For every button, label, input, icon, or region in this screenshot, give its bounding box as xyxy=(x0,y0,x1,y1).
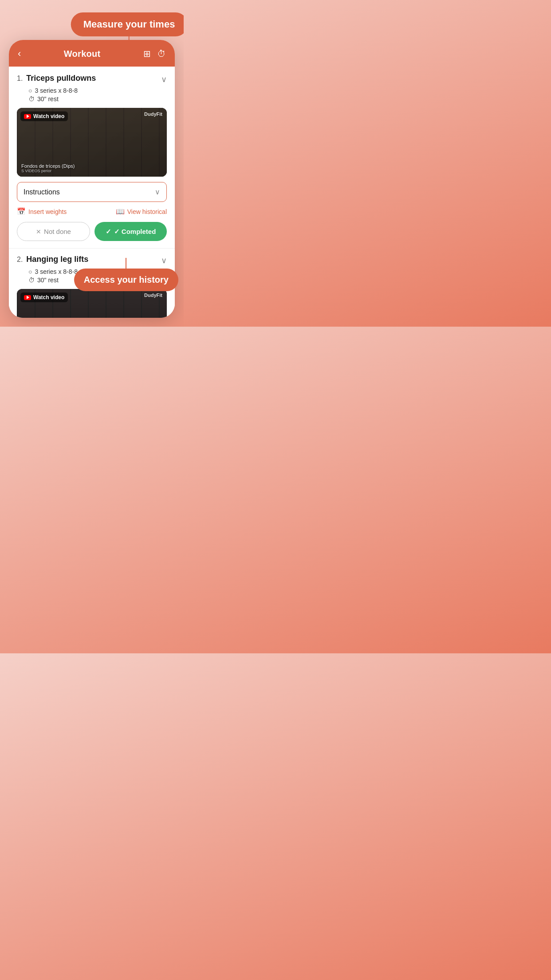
insert-weights-button[interactable]: 📅 Insert weights xyxy=(17,207,67,216)
youtube-icon xyxy=(24,114,31,119)
exercise-1-number: 1. xyxy=(17,75,23,83)
series-row: ○ 3 series x 8-8-8 xyxy=(28,87,167,94)
exercise-1-title: Triceps pulldowns xyxy=(26,74,96,83)
exercise-1-chevron[interactable]: ∨ xyxy=(161,75,167,84)
completed-label: ✓ Completed xyxy=(114,228,156,236)
youtube-icon-2 xyxy=(24,295,31,300)
completed-button[interactable]: ✓ ✓ Completed xyxy=(94,222,167,241)
calendar-icon: 📅 xyxy=(17,207,26,216)
done-row: ✕ Not done ✓ ✓ Completed xyxy=(17,222,167,248)
book-icon: 📖 xyxy=(116,207,125,216)
rest-text: 30" rest xyxy=(37,95,59,103)
workout-header: ‹ Workout ⊞ ⏱ xyxy=(9,40,175,67)
exercise-2-series-text: 3 series x 8-8-8 xyxy=(35,268,77,275)
tooltip-access-history: Access your history xyxy=(74,269,178,291)
exercise-2-title-row: 2. Hanging leg lifts xyxy=(17,255,88,264)
rest-row: ⏱ 30" rest xyxy=(28,95,167,103)
view-historical-label: View historical xyxy=(127,208,167,215)
exercise-2-chevron[interactable]: ∨ xyxy=(161,256,167,265)
back-button[interactable]: ‹ xyxy=(18,48,21,59)
page-title: Workout xyxy=(64,49,101,59)
exercise-1-header: 1. Triceps pulldowns ∨ xyxy=(17,74,167,84)
video-title: Fondos de tríceps (Dips) S VÍDEOS perior xyxy=(21,163,75,173)
exercise-2-rest-text: 30" rest xyxy=(37,277,59,284)
play-triangle-2 xyxy=(27,296,29,299)
view-historical-button[interactable]: 📖 View historical xyxy=(116,207,167,216)
exercise-2-series-icon: ○ xyxy=(28,268,32,275)
app-container: Measure your times ‹ Workout ⊞ ⏱ 1. Tric… xyxy=(0,0,184,327)
check-icon: ✓ xyxy=(106,228,111,236)
watch-video-label: Watch video xyxy=(33,113,64,119)
instructions-chevron-icon: ∨ xyxy=(155,188,160,196)
video-subtitle: S VÍDEOS perior xyxy=(21,169,75,173)
watch-video-badge-2[interactable]: Watch video xyxy=(20,292,68,302)
exercise-1-action-row: 📅 Insert weights 📖 View historical xyxy=(17,207,167,222)
video-brand-2: DudyFit xyxy=(144,292,162,298)
exercise-1-video[interactable]: Watch video DudyFit Fondos de tríceps (D… xyxy=(17,108,167,177)
x-icon: ✕ xyxy=(36,228,41,235)
exercise-2-header: 2. Hanging leg lifts ∨ xyxy=(17,255,167,265)
series-text: 3 series x 8-8-8 xyxy=(35,87,77,94)
exercise-1-card: 1. Triceps pulldowns ∨ ○ 3 series x 8-8-… xyxy=(9,67,175,248)
instructions-label: Instructions xyxy=(24,188,60,196)
rest-icon: ⏱ xyxy=(28,95,35,103)
exercise-2-rest-icon: ⏱ xyxy=(28,277,35,284)
tooltip-measure-times: Measure your times xyxy=(71,12,184,36)
exercise-2-title: Hanging leg lifts xyxy=(26,255,88,264)
not-done-label: Not done xyxy=(44,228,71,235)
watch-video-label-2: Watch video xyxy=(33,294,64,300)
video-brand: DudyFit xyxy=(144,111,162,117)
exercise-1-meta: ○ 3 series x 8-8-8 ⏱ 30" rest xyxy=(17,87,167,103)
instructions-dropdown[interactable]: Instructions ∨ xyxy=(17,182,167,202)
exercise-1-title-row: 1. Triceps pulldowns xyxy=(17,74,96,83)
exercise-2-video[interactable]: Watch video DudyFit xyxy=(17,289,167,318)
series-icon: ○ xyxy=(28,87,32,94)
calculator-icon[interactable]: ⊞ xyxy=(143,48,151,59)
exercise-2-number: 2. xyxy=(17,256,23,264)
insert-weights-label: Insert weights xyxy=(28,208,67,215)
watch-video-badge[interactable]: Watch video xyxy=(20,111,68,121)
not-done-button[interactable]: ✕ Not done xyxy=(17,222,90,241)
timer-icon[interactable]: ⏱ xyxy=(157,49,166,59)
play-triangle xyxy=(27,115,29,118)
header-icons: ⊞ ⏱ xyxy=(143,48,166,59)
